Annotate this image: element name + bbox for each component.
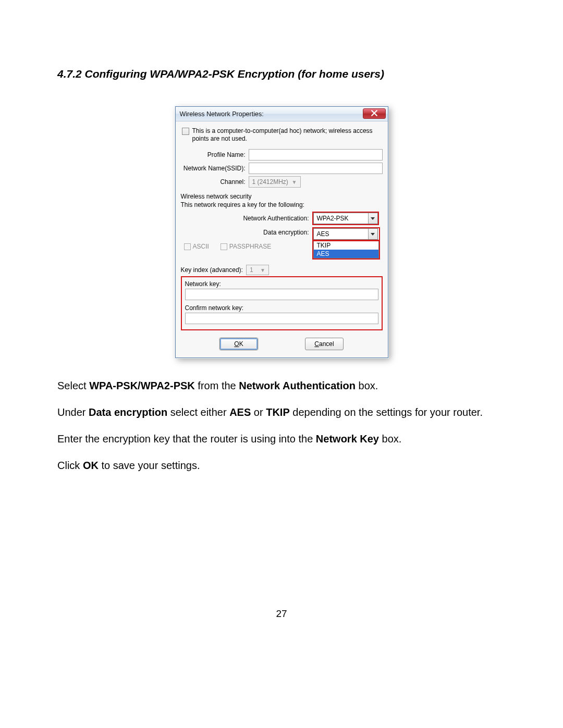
profile-name-label: Profile Name: (181, 151, 249, 158)
key-index-select: 1 ▼ (246, 265, 269, 275)
passphrase-checkbox: PASSPHRASE (221, 243, 271, 250)
data-encryption-label: Data encryption: (181, 227, 312, 236)
ssid-label: Network Name(SSID): (181, 165, 249, 172)
instruction-2: Under Data encryption select either AES … (57, 405, 506, 419)
encryption-option-tkip[interactable]: TKIP (314, 241, 378, 250)
data-encryption-options-highlight: TKIP AES (312, 240, 380, 260)
ssid-input[interactable] (249, 163, 383, 174)
channel-value: 1 (2412MHz) (252, 178, 288, 186)
network-key-highlight: Network key: Confirm network key: (181, 276, 383, 330)
confirm-key-label: Confirm network key: (185, 304, 378, 312)
chevron-down-icon: ▼ (292, 179, 297, 185)
page-number: 27 (57, 608, 506, 620)
ok-button[interactable]: OK (219, 338, 258, 350)
network-auth-label: Network Authentication: (181, 215, 312, 222)
security-section-desc: This network requires a key for the foll… (181, 201, 383, 208)
wireless-properties-dialog: Wireless Network Properties: This is a c… (175, 106, 388, 358)
network-auth-highlight: WPA2-PSK (312, 212, 379, 225)
key-index-value: 1 (250, 266, 253, 274)
dialog-title: Wireless Network Properties: (180, 110, 264, 118)
close-icon (371, 110, 377, 118)
data-encryption-options[interactable]: TKIP AES (313, 241, 379, 258)
chevron-down-icon: ▼ (260, 267, 265, 273)
key-index-label: Key index (advanced): (181, 266, 246, 274)
channel-select: 1 (2412MHz) ▼ (249, 176, 301, 188)
adhoc-checkbox[interactable] (182, 128, 189, 135)
chevron-down-icon (368, 213, 377, 224)
ascii-checkbox: ASCII (184, 243, 209, 250)
instruction-1: Select WPA-PSK/WPA2-PSK from the Network… (57, 379, 506, 393)
network-key-input[interactable] (185, 289, 378, 300)
instruction-3: Enter the encryption key that the router… (57, 432, 506, 446)
channel-label: Channel: (181, 178, 249, 186)
instruction-4: Click OK to save your settings. (57, 459, 506, 473)
security-section-title: Wireless network security (181, 193, 383, 200)
close-button[interactable] (363, 108, 386, 119)
network-auth-select[interactable]: WPA2-PSK (313, 213, 378, 224)
dialog-titlebar: Wireless Network Properties: (176, 107, 388, 121)
encryption-option-aes[interactable]: AES (314, 250, 378, 258)
network-key-label: Network key: (185, 280, 378, 288)
confirm-key-input[interactable] (185, 313, 378, 324)
data-encryption-select[interactable]: AES (313, 228, 378, 240)
data-encryption-value: AES (314, 230, 368, 238)
chevron-down-icon (368, 229, 377, 239)
profile-name-input[interactable] (249, 149, 383, 161)
data-encryption-highlight: AES (312, 227, 380, 241)
section-heading: 4.7.2 Configuring WPA/WPA2-PSK Encryptio… (57, 68, 506, 80)
adhoc-label: This is a computer-to-computer(ad hoc) n… (192, 127, 382, 143)
network-auth-value: WPA2-PSK (314, 215, 368, 222)
cancel-button[interactable]: Cancel (305, 338, 344, 350)
